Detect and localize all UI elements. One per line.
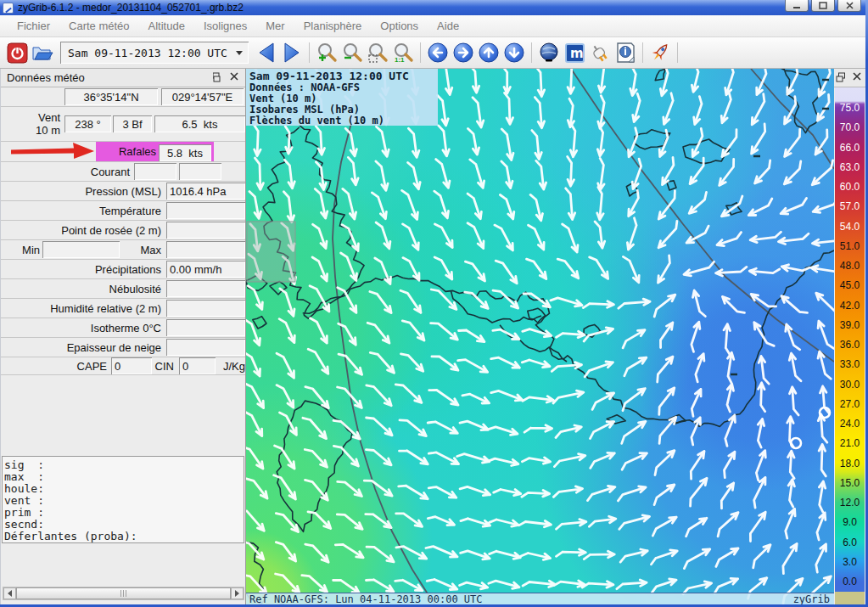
- toolbar: Sam 09-11-2013 12:00 UTC: [0, 37, 868, 69]
- quit-button[interactable]: [4, 40, 30, 65]
- value-cell: [166, 339, 245, 356]
- table-row: Courant: [1, 162, 245, 182]
- table-row: Vent 10 m238 °3 Bf6.5 kts: [1, 107, 245, 142]
- scale-value: 48.0: [835, 260, 865, 272]
- wave-line: secnd:: [4, 519, 244, 531]
- prev-timestep-button[interactable]: [254, 40, 279, 65]
- grib-info-icon[interactable]: [613, 40, 638, 65]
- globe-icon[interactable]: [536, 40, 562, 65]
- row-label: Humidité relative (2 m): [1, 302, 164, 315]
- value-cell: 5.8 kts: [159, 144, 211, 161]
- menu-carte-m-t-o[interactable]: Carte météo: [59, 17, 139, 35]
- app-icon: [3, 3, 14, 14]
- scale-header: [834, 69, 865, 87]
- menu-isolignes[interactable]: Isolignes: [194, 17, 256, 35]
- date-selector-value: Sam 09-11-2013 12:00 UTC: [68, 47, 227, 59]
- window-title: zyGrib-6.1.2 - medor_20131104_052701_.gr…: [18, 2, 244, 14]
- map-legend-box: Sam 09-11-2013 12:00 UTCDonnées : NOAA-G…: [246, 69, 438, 126]
- grib-reference-text: Ref NOAA-GFS: Lun 04-11-2013 00:00 UTC: [246, 593, 483, 605]
- scale-value: 0.0: [835, 576, 865, 587]
- minimize-button[interactable]: [785, 0, 809, 12]
- menu-planisph-re[interactable]: Planisphère: [294, 17, 372, 35]
- zoom-select-icon[interactable]: [365, 40, 390, 65]
- row-label: Nébulosité: [1, 283, 164, 295]
- meteotable-icon[interactable]: m: [562, 40, 587, 65]
- zygrib-watermark: zyGrib: [793, 593, 834, 605]
- value-cell: 3 Bf: [113, 115, 152, 132]
- float-panel-icon[interactable]: [212, 71, 223, 82]
- menu-fichier[interactable]: Fichier: [8, 17, 59, 35]
- scale-value: 30.0: [835, 379, 865, 391]
- scale-value: 39.0: [835, 319, 865, 331]
- panel-header: Données météo: [1, 69, 245, 87]
- zoom-in-icon[interactable]: [314, 40, 339, 65]
- float-scale-icon[interactable]: [835, 71, 846, 82]
- menu-options[interactable]: Options: [371, 17, 428, 35]
- wave-line: prim :: [4, 507, 244, 519]
- scale-value: 75.0: [835, 102, 865, 114]
- maximize-button[interactable]: [811, 0, 835, 12]
- open-file-button[interactable]: [30, 40, 55, 65]
- menu-altitude[interactable]: Altitude: [139, 17, 194, 35]
- scale-bottom-cap: [835, 592, 865, 604]
- scale-value: 63.0: [835, 161, 865, 173]
- scale-value: 18.0: [835, 458, 865, 469]
- zoom-out-icon[interactable]: [339, 40, 365, 65]
- scale-value: 12.0: [835, 497, 865, 509]
- menu-bar: FichierCarte météoAltitudeIsolignesMerPl…: [0, 15, 868, 37]
- plug-connection-icon[interactable]: [587, 40, 613, 65]
- wave-line: max :: [4, 471, 244, 483]
- menu-aide[interactable]: Aide: [428, 17, 468, 35]
- scale-value: 60.0: [835, 181, 865, 193]
- table-row: Point de rosée (2 m): [1, 221, 245, 240]
- scale-value: 42.0: [835, 300, 865, 312]
- max-label: Max: [86, 244, 164, 256]
- pan-down-button[interactable]: [501, 40, 527, 65]
- chevron-down-icon: [236, 51, 243, 55]
- close-button[interactable]: [837, 0, 861, 12]
- scale-value: 54.0: [835, 221, 865, 233]
- scale-value: 70.0: [835, 121, 865, 133]
- value-cell: [166, 319, 245, 336]
- min-label: Min: [1, 244, 40, 256]
- wave-line: vent :: [4, 495, 244, 507]
- scroll-right-button[interactable]: [231, 587, 244, 599]
- table-row: Humidité relative (2 m): [1, 299, 245, 318]
- scroll-left-button[interactable]: [3, 587, 16, 599]
- legend-line: Sam 09-11-2013 12:00 UTC: [249, 70, 438, 82]
- date-selector[interactable]: Sam 09-11-2013 12:00 UTC: [60, 42, 249, 64]
- map-selection-rect[interactable]: [247, 222, 295, 282]
- title-bar[interactable]: zyGrib-6.1.2 - medor_20131104_052701_.gr…: [0, 0, 868, 15]
- value-cell: [166, 241, 245, 258]
- row-label: Point de rosée (2 m): [1, 224, 164, 237]
- scale-value: 36.0: [835, 339, 865, 351]
- value-cell: 029°14'57"E: [161, 88, 244, 105]
- scrollbar-thumb[interactable]: [16, 587, 231, 599]
- pan-right-button[interactable]: [451, 40, 476, 65]
- cin-label: CIN: [128, 360, 176, 373]
- scale-value: 21.0: [835, 437, 865, 449]
- next-timestep-button[interactable]: [279, 40, 305, 65]
- value-cell: [166, 300, 245, 317]
- close-panel-icon[interactable]: [229, 71, 240, 82]
- table-row: MinMax: [1, 240, 245, 260]
- value-cell: [179, 163, 221, 180]
- pan-left-button[interactable]: [425, 40, 451, 65]
- scale-value: 57.0: [835, 200, 865, 212]
- table-row: Rafales5.8 kts: [1, 142, 245, 162]
- table-row: Isotherme 0°C: [1, 318, 245, 338]
- wave-line: sig :: [4, 459, 244, 471]
- menu-mer[interactable]: Mer: [256, 17, 294, 35]
- horizontal-scrollbar: [3, 587, 244, 600]
- pan-up-button[interactable]: [476, 40, 501, 65]
- wave-line: houle:: [4, 483, 244, 495]
- rocket-update-icon[interactable]: [647, 40, 673, 65]
- value-cell: 0: [179, 357, 216, 374]
- row-label: Pression (MSL): [1, 185, 164, 198]
- zoom-1-1-icon[interactable]: 1:1: [390, 40, 416, 65]
- close-scale-icon[interactable]: [852, 71, 863, 82]
- weather-map[interactable]: Sam 09-11-2013 12:00 UTCDonnées : NOAA-G…: [246, 69, 834, 604]
- scale-value: 9.0: [835, 516, 865, 528]
- scale-value: 15.0: [835, 477, 865, 489]
- value-cell: 1016.4 hPa: [166, 183, 245, 200]
